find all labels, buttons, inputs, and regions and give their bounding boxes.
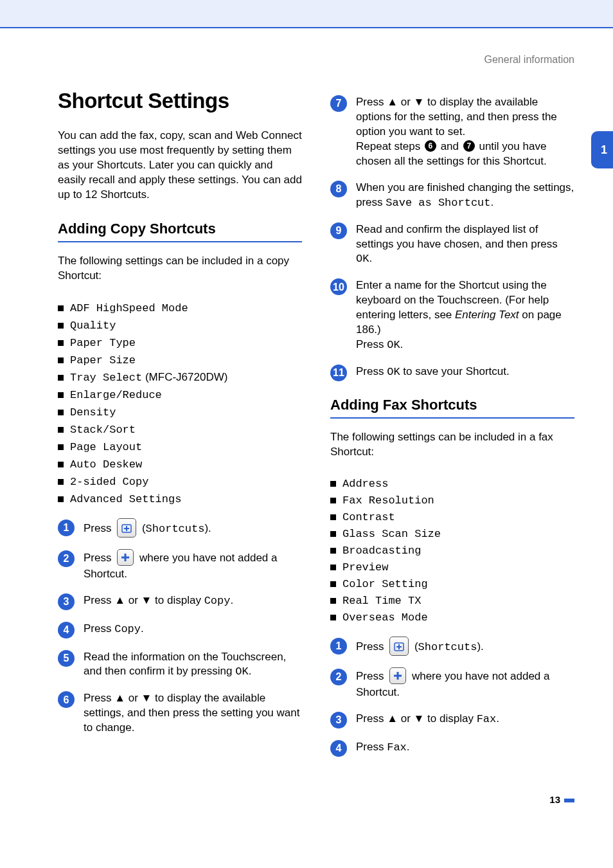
page-number-bar-icon (564, 799, 574, 802)
list-item: Preview (330, 561, 574, 574)
list-item: ADF HighSpeed Mode (58, 302, 302, 314)
bullet-icon (58, 357, 64, 363)
bullet-icon (330, 514, 336, 520)
list-item: Color Setting (330, 578, 574, 590)
right-steps-continued: 7 Press ▲ or ▼ to display the available … (330, 95, 574, 381)
fax-settings-list: Address Fax Resolution Contrast Glass Sc… (330, 478, 574, 624)
thumb-tab-label: 1 (601, 143, 607, 157)
step-number-icon: 3 (330, 712, 347, 728)
step-4: 4 Press Copy. (58, 622, 302, 638)
step-number-icon: 1 (58, 520, 75, 536)
step-3: 3 Press ▲ or ▼ to display Copy. (58, 593, 302, 610)
list-item: Auto Deskew (58, 458, 302, 471)
step-7: 7 Press ▲ or ▼ to display the available … (330, 95, 574, 169)
list-item: Tray Select (MFC-J6720DW) (58, 371, 302, 384)
copy-heading: Adding Copy Shortcuts (58, 221, 302, 237)
bullet-icon (58, 496, 64, 502)
list-item: 2-sided Copy (58, 475, 302, 488)
step-10: 10 Enter a name for the Shortcut using t… (330, 278, 574, 353)
list-item: Glass Scan Size (330, 528, 574, 540)
bullet-icon (58, 410, 64, 415)
step-11: 11 Press OK to save your Shortcut. (330, 365, 574, 381)
step-6: 6 Press ▲ or ▼ to display the available … (58, 691, 302, 736)
bullet-icon (330, 548, 336, 554)
fax-lead: The following settings can be included i… (330, 430, 574, 460)
step-3: 3 Press ▲ or ▼ to display Fax. (330, 712, 574, 728)
fax-heading: Adding Fax Shortcuts (330, 397, 574, 413)
page-body: General information 1 Shortcut Settings … (0, 28, 613, 824)
step-number-icon: 2 (58, 550, 75, 567)
bullet-icon (58, 340, 64, 346)
step-number-icon: 1 (330, 638, 347, 655)
shortcuts-icon (117, 518, 136, 538)
right-column: 7 Press ▲ or ▼ to display the available … (330, 89, 574, 768)
list-item: Quality (58, 319, 302, 332)
list-item: Real Time TX (330, 595, 574, 607)
section-header: General information (58, 54, 574, 66)
step-number-icon: 4 (58, 622, 75, 638)
step-5: 5 Read the information on the Touchscree… (58, 650, 302, 680)
step-number-icon: 5 (58, 650, 75, 667)
step-number-icon: 4 (330, 740, 347, 757)
list-item: Advanced Settings (58, 493, 302, 505)
left-column: Shortcut Settings You can add the fax, c… (58, 89, 302, 768)
bullet-icon (330, 531, 336, 537)
step-4: 4 Press Fax. (330, 740, 574, 757)
bullet-icon (58, 392, 64, 398)
list-item: Page Layout (58, 440, 302, 453)
bullet-icon (58, 305, 64, 311)
list-item: Fax Resolution (330, 494, 574, 507)
step-ref-icon: 6 (425, 140, 436, 152)
bullet-icon (58, 427, 64, 433)
bullet-icon (330, 598, 336, 604)
page-number: 13 (58, 794, 574, 805)
list-item: Overseas Mode (330, 611, 574, 624)
step-2: 2 Press where you have not added a Short… (330, 669, 574, 700)
fax-steps: 1 Press (Shortcuts). 2 Press (330, 638, 574, 757)
shortcuts-icon (389, 637, 409, 656)
step-ref-icon: 7 (463, 140, 475, 152)
step-number-icon: 6 (58, 691, 75, 708)
step-8: 8 When you are finished changing the set… (330, 181, 574, 211)
bullet-icon (330, 615, 336, 620)
step-number-icon: 8 (330, 181, 347, 197)
bullet-icon (58, 462, 64, 467)
bullet-icon (330, 565, 336, 570)
list-item: Broadcasting (330, 545, 574, 557)
heading-rule (58, 241, 302, 242)
list-item: Stack/Sort (58, 423, 302, 436)
list-item: Address (330, 478, 574, 490)
list-item: Paper Size (58, 354, 302, 366)
copy-lead: The following settings can be included i… (58, 254, 302, 284)
list-item: Contrast (330, 511, 574, 523)
section-thumb-tab: 1 (591, 131, 613, 168)
intro-paragraph: You can add the fax, copy, scan and Web … (58, 129, 302, 203)
step-number-icon: 2 (330, 669, 347, 685)
bullet-icon (58, 375, 64, 381)
step-1: 1 Press (Shortcuts). (330, 638, 574, 657)
step-number-icon: 9 (330, 222, 347, 239)
page-title: Shortcut Settings (58, 89, 302, 113)
copy-steps: 1 Press (Shortcuts). 2 Press (58, 520, 302, 736)
plus-icon (389, 667, 406, 684)
plus-icon (117, 549, 134, 566)
list-item: Density (58, 406, 302, 419)
bullet-icon (330, 581, 336, 587)
bullet-icon (330, 498, 336, 503)
step-1: 1 Press (Shortcuts). (58, 520, 302, 539)
bullet-icon (58, 444, 64, 450)
step-number-icon: 7 (330, 95, 347, 112)
step-number-icon: 11 (330, 365, 347, 381)
top-header-bar (0, 0, 613, 28)
list-item: Paper Type (58, 336, 302, 349)
step-2: 2 Press where you have not added a Short… (58, 550, 302, 582)
step-9: 9 Read and confirm the displayed list of… (330, 222, 574, 267)
copy-settings-list: ADF HighSpeed Mode Quality Paper Type Pa… (58, 302, 302, 505)
bullet-icon (58, 323, 64, 329)
heading-rule (330, 417, 574, 419)
step-number-icon: 10 (330, 278, 347, 295)
step-number-icon: 3 (58, 593, 75, 610)
bullet-icon (58, 479, 64, 485)
bullet-icon (330, 481, 336, 487)
list-item: Enlarge/Reduce (58, 388, 302, 401)
